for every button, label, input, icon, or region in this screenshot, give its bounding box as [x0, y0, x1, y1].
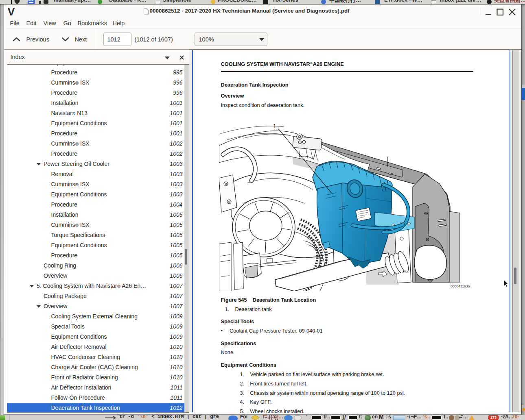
svg-text:1: 1 [273, 123, 276, 129]
